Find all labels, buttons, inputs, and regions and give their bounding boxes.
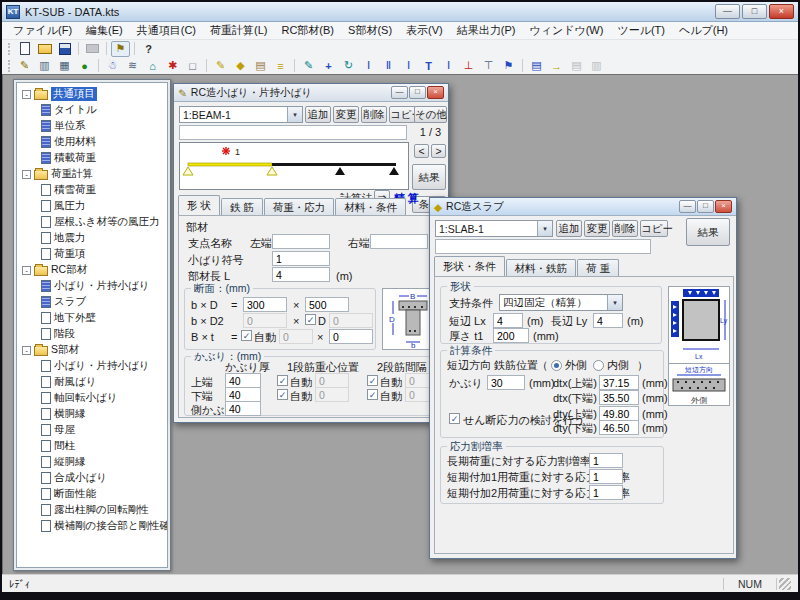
minimize-button[interactable]: —	[715, 4, 740, 19]
d2-checkbox[interactable]: ✓	[305, 314, 316, 325]
cover-input[interactable]	[487, 375, 525, 390]
side-cover-input[interactable]	[225, 401, 261, 416]
auto-checkbox[interactable]: ✓	[277, 389, 288, 400]
left-end-input[interactable]	[272, 234, 330, 249]
purlin-icon[interactable]: Ⅱ	[379, 58, 398, 74]
snow-load-icon[interactable]: ☃	[103, 58, 122, 74]
resize-grip[interactable]	[779, 578, 791, 590]
menu-common[interactable]: 共通項目(C)	[130, 21, 203, 40]
expander-icon[interactable]: -	[22, 346, 31, 355]
auto-checkbox[interactable]: ✓	[367, 375, 378, 386]
wind-load-icon[interactable]: ≋	[123, 58, 142, 74]
change-button[interactable]: 変更	[584, 220, 610, 237]
tree-item-title[interactable]: タイトル	[17, 102, 167, 118]
result-preview-icon[interactable]: ▤	[567, 58, 586, 74]
tree-item-stud[interactable]: 間柱	[17, 438, 167, 454]
brace-joint-icon[interactable]: ⚑	[499, 58, 518, 74]
tree-item-live-load[interactable]: 積載荷重	[17, 150, 167, 166]
shear-check[interactable]: ✓	[449, 413, 460, 424]
slab-select-combo[interactable]: 1:SLAB-1 ▾	[435, 220, 553, 237]
rc-slab-icon[interactable]: ◆	[231, 58, 250, 74]
result-print-icon[interactable]: ▥	[587, 58, 606, 74]
b-input[interactable]	[243, 297, 287, 312]
toolbar-grip[interactable]	[8, 43, 11, 55]
slab-comment-input[interactable]	[435, 239, 651, 254]
result-next-icon[interactable]: →	[547, 58, 566, 74]
minimize-button[interactable]: —	[391, 86, 408, 99]
beam-mark-input[interactable]	[272, 251, 330, 266]
unit-system-icon[interactable]: ▥	[35, 58, 54, 74]
tree-item-brace-joint[interactable]: 横補剛の接合部と剛性確認	[17, 518, 167, 534]
close-button[interactable]: ×	[427, 86, 444, 99]
tab-material-rebar[interactable]: 材料・鉄筋	[506, 259, 577, 276]
tree-item-stairs[interactable]: 階段	[17, 326, 167, 342]
minimize-button[interactable]: —	[679, 200, 696, 213]
seismic-icon[interactable]: ✱	[163, 58, 182, 74]
tree-item-vertical-girt[interactable]: 縦胴縁	[17, 454, 167, 470]
other-button[interactable]: その他	[414, 106, 447, 123]
menu-tools[interactable]: ツール(T)	[610, 21, 672, 40]
copy-button[interactable]: コピー	[640, 220, 668, 237]
tree-folder-s-member[interactable]: -S部材	[17, 342, 167, 358]
member-comment-input[interactable]	[179, 125, 407, 140]
tree-item-basement-wall[interactable]: 地下外壁	[17, 310, 167, 326]
rc-beam-titlebar[interactable]: ✎ RC造小ばり・片持小ばり — □ ×	[174, 84, 448, 102]
tree-item-units[interactable]: 単位系	[17, 118, 167, 134]
menu-file[interactable]: ファイル(F)	[6, 21, 79, 40]
menu-load-calc[interactable]: 荷重計算(L)	[203, 21, 274, 40]
tab-shape[interactable]: 形 状	[178, 195, 220, 215]
tab-load-stress[interactable]: 荷重・応力	[264, 198, 335, 215]
tree-item-snow[interactable]: 積雪荷重	[17, 182, 167, 198]
tree-item-composite-beam[interactable]: 合成小ばり	[17, 470, 167, 486]
tree-item-column-base[interactable]: 露出柱脚の回転剛性	[17, 502, 167, 518]
result-button[interactable]: 結果	[412, 164, 446, 190]
tree-item-section-props[interactable]: 断面性能	[17, 486, 167, 502]
girt-icon[interactable]: Ⅰ	[359, 58, 378, 74]
tree-item-wind[interactable]: 風圧力	[17, 198, 167, 214]
tree-item-roof-wind[interactable]: 屋根ふき材等の風圧力	[17, 214, 167, 230]
tree-item-wind-beam[interactable]: 耐風ばり	[17, 374, 167, 390]
print-button[interactable]	[83, 41, 102, 57]
add-button[interactable]: 追加	[305, 106, 331, 123]
auto-checkbox[interactable]: ✓	[241, 330, 252, 341]
basement-wall-icon[interactable]: ▤	[251, 58, 270, 74]
expander-icon[interactable]: -	[22, 90, 31, 99]
ly-input[interactable]	[593, 313, 623, 328]
delete-button[interactable]: 削除	[612, 220, 638, 237]
tree-item-rc-slab[interactable]: スラブ	[17, 294, 167, 310]
tab-rebar[interactable]: 鉄 筋	[221, 198, 263, 215]
edit-common-icon[interactable]: ✎	[15, 58, 34, 74]
menu-rc-member[interactable]: RC部材(B)	[274, 21, 341, 40]
close-button[interactable]: ×	[715, 200, 732, 213]
menu-view[interactable]: 表示(V)	[399, 21, 450, 40]
restore-button[interactable]: □	[697, 200, 714, 213]
tree-item-s-beam[interactable]: 小ばり・片持小ばり	[17, 358, 167, 374]
maximize-button[interactable]: □	[742, 4, 767, 19]
stud-icon[interactable]: Ⅰ	[399, 58, 418, 74]
new-file-button[interactable]	[15, 41, 34, 57]
column-base-icon[interactable]: ⊤	[479, 58, 498, 74]
composite-beam-icon[interactable]: Ⅰ	[439, 58, 458, 74]
copy-button[interactable]: コピー	[389, 106, 416, 123]
save-file-button[interactable]	[55, 41, 74, 57]
materials-icon[interactable]: ▦	[55, 58, 74, 74]
tree-item-materials[interactable]: 使用材料	[17, 134, 167, 150]
axis-rotate-icon[interactable]: ↻	[339, 58, 358, 74]
expander-icon[interactable]: -	[22, 170, 31, 179]
result-button[interactable]: 結果	[686, 218, 730, 246]
section-props-icon[interactable]: ⊥	[459, 58, 478, 74]
delete-button[interactable]: 削除	[361, 106, 387, 123]
menu-output[interactable]: 結果出力(P)	[450, 21, 523, 40]
prev-member-button[interactable]: <	[414, 144, 429, 158]
menu-help[interactable]: ヘルプ(H)	[672, 21, 735, 40]
tree-item-girt[interactable]: 横胴縁	[17, 406, 167, 422]
ratio-short1-input[interactable]	[589, 469, 623, 484]
menu-window[interactable]: ウィンドウ(W)	[522, 21, 610, 40]
rc-slab-titlebar[interactable]: ◆ RC造スラブ — □ ×	[430, 198, 736, 216]
tree-item-seismic[interactable]: 地震力	[17, 230, 167, 246]
live-load-icon[interactable]: ●	[75, 58, 94, 74]
tab-shape-cond[interactable]: 形状・条件	[434, 256, 505, 276]
tree-item-purlin[interactable]: 母屋	[17, 422, 167, 438]
expander-icon[interactable]: -	[22, 266, 31, 275]
outside-radio[interactable]	[551, 360, 562, 371]
